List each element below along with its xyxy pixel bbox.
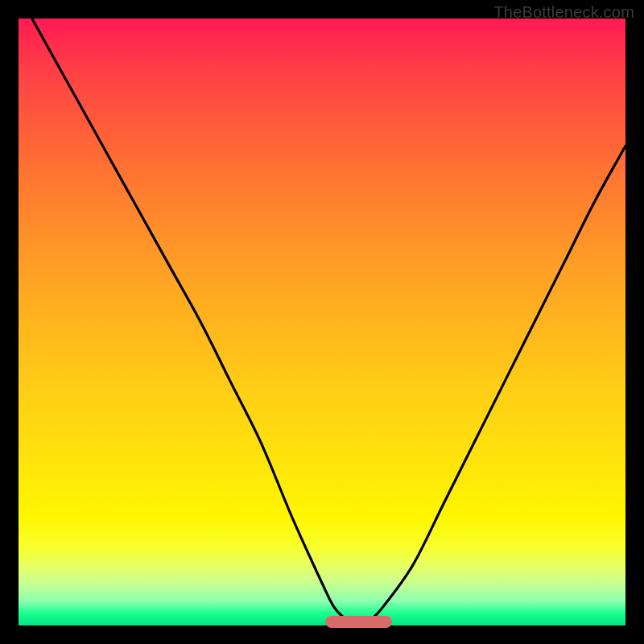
chart-frame: TheBottleneck.com <box>0 0 644 644</box>
plot-area <box>19 19 625 625</box>
bottleneck-curve <box>19 19 625 625</box>
watermark-text: TheBottleneck.com <box>493 3 634 22</box>
optimal-marker <box>325 616 392 628</box>
